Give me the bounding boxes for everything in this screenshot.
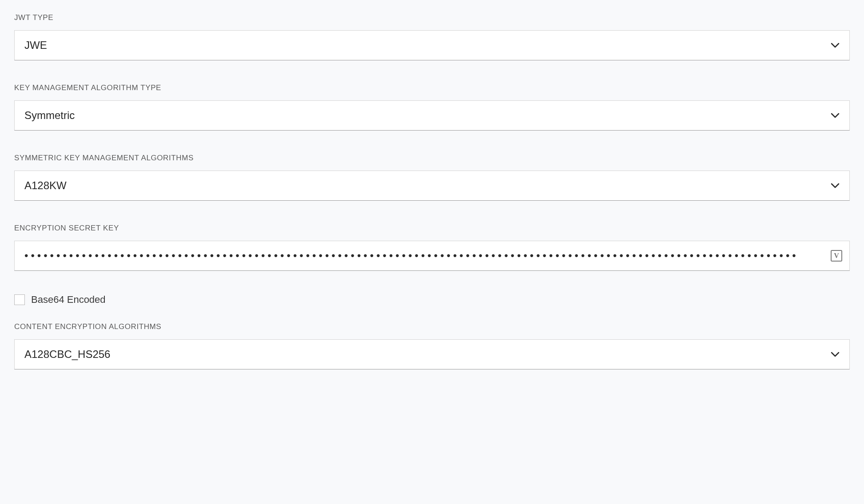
key-mgmt-type-select[interactable]: Symmetric [14, 100, 850, 131]
symmetric-key-algos-value: A128KW [24, 179, 67, 192]
jwt-type-value: JWE [24, 39, 47, 52]
content-encryption-algos-value: A128CBC_HS256 [24, 348, 110, 361]
encryption-secret-field-wrap: V [14, 241, 850, 271]
jwt-type-label: JWT TYPE [14, 13, 850, 22]
chevron-down-icon [831, 113, 840, 118]
symmetric-key-algos-label: SYMMETRIC KEY MANAGEMENT ALGORITHMS [14, 154, 850, 163]
key-mgmt-type-value: Symmetric [24, 109, 75, 122]
content-encryption-algos-label: CONTENT ENCRYPTION ALGORITHMS [14, 322, 850, 331]
jwt-type-select[interactable]: JWE [14, 30, 850, 60]
base64-encoded-label[interactable]: Base64 Encoded [31, 294, 106, 306]
base64-encoded-checkbox[interactable] [14, 294, 25, 305]
symmetric-key-algos-select[interactable]: A128KW [14, 171, 850, 201]
vault-icon[interactable]: V [831, 250, 842, 262]
content-encryption-algos-select[interactable]: A128CBC_HS256 [14, 339, 850, 369]
key-mgmt-type-label: KEY MANAGEMENT ALGORITHM TYPE [14, 83, 850, 92]
chevron-down-icon [831, 352, 840, 357]
encryption-secret-label: ENCRYPTION SECRET KEY [14, 224, 850, 233]
encryption-secret-input[interactable] [24, 250, 823, 262]
chevron-down-icon [831, 43, 840, 48]
chevron-down-icon [831, 183, 840, 188]
